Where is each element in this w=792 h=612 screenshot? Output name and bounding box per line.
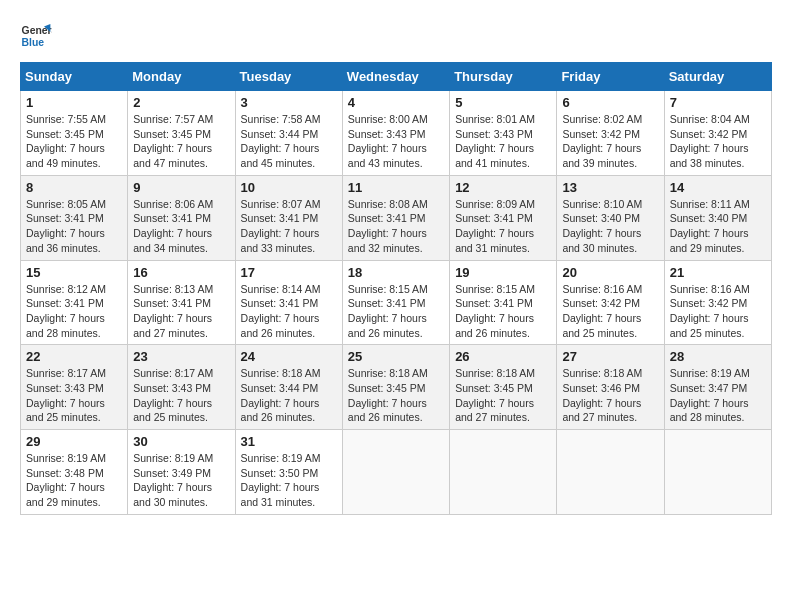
day-info: Sunrise: 8:17 AMSunset: 3:43 PMDaylight:… [133, 366, 229, 425]
week-row-5: 29Sunrise: 8:19 AMSunset: 3:48 PMDayligh… [21, 430, 772, 515]
day-number: 15 [26, 265, 122, 280]
week-row-3: 15Sunrise: 8:12 AMSunset: 3:41 PMDayligh… [21, 260, 772, 345]
day-number: 1 [26, 95, 122, 110]
header-day-sunday: Sunday [21, 63, 128, 91]
calendar-cell: 15Sunrise: 8:12 AMSunset: 3:41 PMDayligh… [21, 260, 128, 345]
week-row-4: 22Sunrise: 8:17 AMSunset: 3:43 PMDayligh… [21, 345, 772, 430]
day-info: Sunrise: 8:18 AMSunset: 3:45 PMDaylight:… [455, 366, 551, 425]
day-info: Sunrise: 7:58 AMSunset: 3:44 PMDaylight:… [241, 112, 337, 171]
day-info: Sunrise: 8:00 AMSunset: 3:43 PMDaylight:… [348, 112, 444, 171]
day-info: Sunrise: 8:09 AMSunset: 3:41 PMDaylight:… [455, 197, 551, 256]
day-info: Sunrise: 8:04 AMSunset: 3:42 PMDaylight:… [670, 112, 766, 171]
calendar-cell: 18Sunrise: 8:15 AMSunset: 3:41 PMDayligh… [342, 260, 449, 345]
day-number: 27 [562, 349, 658, 364]
day-info: Sunrise: 8:18 AMSunset: 3:46 PMDaylight:… [562, 366, 658, 425]
day-number: 26 [455, 349, 551, 364]
calendar-cell: 19Sunrise: 8:15 AMSunset: 3:41 PMDayligh… [450, 260, 557, 345]
calendar-cell: 29Sunrise: 8:19 AMSunset: 3:48 PMDayligh… [21, 430, 128, 515]
calendar-cell: 3Sunrise: 7:58 AMSunset: 3:44 PMDaylight… [235, 91, 342, 176]
calendar-cell: 25Sunrise: 8:18 AMSunset: 3:45 PMDayligh… [342, 345, 449, 430]
calendar-cell: 9Sunrise: 8:06 AMSunset: 3:41 PMDaylight… [128, 175, 235, 260]
day-info: Sunrise: 8:08 AMSunset: 3:41 PMDaylight:… [348, 197, 444, 256]
calendar-cell: 2Sunrise: 7:57 AMSunset: 3:45 PMDaylight… [128, 91, 235, 176]
day-number: 22 [26, 349, 122, 364]
day-number: 3 [241, 95, 337, 110]
week-row-2: 8Sunrise: 8:05 AMSunset: 3:41 PMDaylight… [21, 175, 772, 260]
svg-text:Blue: Blue [22, 37, 45, 48]
day-info: Sunrise: 8:16 AMSunset: 3:42 PMDaylight:… [670, 282, 766, 341]
day-info: Sunrise: 8:01 AMSunset: 3:43 PMDaylight:… [455, 112, 551, 171]
day-info: Sunrise: 8:18 AMSunset: 3:44 PMDaylight:… [241, 366, 337, 425]
calendar-cell: 17Sunrise: 8:14 AMSunset: 3:41 PMDayligh… [235, 260, 342, 345]
day-number: 28 [670, 349, 766, 364]
calendar-cell: 28Sunrise: 8:19 AMSunset: 3:47 PMDayligh… [664, 345, 771, 430]
day-number: 16 [133, 265, 229, 280]
day-number: 11 [348, 180, 444, 195]
header-day-saturday: Saturday [664, 63, 771, 91]
day-number: 23 [133, 349, 229, 364]
header-day-monday: Monday [128, 63, 235, 91]
header-day-thursday: Thursday [450, 63, 557, 91]
day-number: 21 [670, 265, 766, 280]
day-info: Sunrise: 7:57 AMSunset: 3:45 PMDaylight:… [133, 112, 229, 171]
day-info: Sunrise: 7:55 AMSunset: 3:45 PMDaylight:… [26, 112, 122, 171]
day-number: 25 [348, 349, 444, 364]
calendar-cell [450, 430, 557, 515]
day-info: Sunrise: 8:02 AMSunset: 3:42 PMDaylight:… [562, 112, 658, 171]
day-number: 4 [348, 95, 444, 110]
calendar-cell: 23Sunrise: 8:17 AMSunset: 3:43 PMDayligh… [128, 345, 235, 430]
day-info: Sunrise: 8:15 AMSunset: 3:41 PMDaylight:… [348, 282, 444, 341]
day-number: 17 [241, 265, 337, 280]
day-info: Sunrise: 8:05 AMSunset: 3:41 PMDaylight:… [26, 197, 122, 256]
calendar-cell: 10Sunrise: 8:07 AMSunset: 3:41 PMDayligh… [235, 175, 342, 260]
day-number: 6 [562, 95, 658, 110]
day-number: 8 [26, 180, 122, 195]
day-info: Sunrise: 8:12 AMSunset: 3:41 PMDaylight:… [26, 282, 122, 341]
header-row: SundayMondayTuesdayWednesdayThursdayFrid… [21, 63, 772, 91]
logo-icon: General Blue [20, 20, 52, 52]
day-number: 7 [670, 95, 766, 110]
day-number: 29 [26, 434, 122, 449]
day-info: Sunrise: 8:19 AMSunset: 3:48 PMDaylight:… [26, 451, 122, 510]
calendar-cell: 5Sunrise: 8:01 AMSunset: 3:43 PMDaylight… [450, 91, 557, 176]
day-info: Sunrise: 8:11 AMSunset: 3:40 PMDaylight:… [670, 197, 766, 256]
calendar-cell: 4Sunrise: 8:00 AMSunset: 3:43 PMDaylight… [342, 91, 449, 176]
day-number: 31 [241, 434, 337, 449]
day-info: Sunrise: 8:17 AMSunset: 3:43 PMDaylight:… [26, 366, 122, 425]
day-info: Sunrise: 8:14 AMSunset: 3:41 PMDaylight:… [241, 282, 337, 341]
day-info: Sunrise: 8:06 AMSunset: 3:41 PMDaylight:… [133, 197, 229, 256]
calendar-cell: 16Sunrise: 8:13 AMSunset: 3:41 PMDayligh… [128, 260, 235, 345]
day-info: Sunrise: 8:10 AMSunset: 3:40 PMDaylight:… [562, 197, 658, 256]
calendar-cell: 31Sunrise: 8:19 AMSunset: 3:50 PMDayligh… [235, 430, 342, 515]
day-number: 20 [562, 265, 658, 280]
calendar-cell: 12Sunrise: 8:09 AMSunset: 3:41 PMDayligh… [450, 175, 557, 260]
calendar-cell [342, 430, 449, 515]
day-info: Sunrise: 8:18 AMSunset: 3:45 PMDaylight:… [348, 366, 444, 425]
logo: General Blue [20, 20, 52, 52]
calendar-cell: 8Sunrise: 8:05 AMSunset: 3:41 PMDaylight… [21, 175, 128, 260]
day-info: Sunrise: 8:16 AMSunset: 3:42 PMDaylight:… [562, 282, 658, 341]
day-info: Sunrise: 8:19 AMSunset: 3:49 PMDaylight:… [133, 451, 229, 510]
day-number: 2 [133, 95, 229, 110]
day-info: Sunrise: 8:15 AMSunset: 3:41 PMDaylight:… [455, 282, 551, 341]
calendar-cell: 30Sunrise: 8:19 AMSunset: 3:49 PMDayligh… [128, 430, 235, 515]
calendar-cell: 14Sunrise: 8:11 AMSunset: 3:40 PMDayligh… [664, 175, 771, 260]
calendar-cell: 27Sunrise: 8:18 AMSunset: 3:46 PMDayligh… [557, 345, 664, 430]
calendar-cell: 1Sunrise: 7:55 AMSunset: 3:45 PMDaylight… [21, 91, 128, 176]
day-info: Sunrise: 8:19 AMSunset: 3:50 PMDaylight:… [241, 451, 337, 510]
day-info: Sunrise: 8:19 AMSunset: 3:47 PMDaylight:… [670, 366, 766, 425]
header-day-tuesday: Tuesday [235, 63, 342, 91]
day-number: 24 [241, 349, 337, 364]
calendar-cell: 7Sunrise: 8:04 AMSunset: 3:42 PMDaylight… [664, 91, 771, 176]
calendar-table: SundayMondayTuesdayWednesdayThursdayFrid… [20, 62, 772, 515]
calendar-cell: 24Sunrise: 8:18 AMSunset: 3:44 PMDayligh… [235, 345, 342, 430]
day-number: 19 [455, 265, 551, 280]
week-row-1: 1Sunrise: 7:55 AMSunset: 3:45 PMDaylight… [21, 91, 772, 176]
calendar-cell: 21Sunrise: 8:16 AMSunset: 3:42 PMDayligh… [664, 260, 771, 345]
header-day-friday: Friday [557, 63, 664, 91]
day-number: 14 [670, 180, 766, 195]
day-info: Sunrise: 8:13 AMSunset: 3:41 PMDaylight:… [133, 282, 229, 341]
calendar-cell: 26Sunrise: 8:18 AMSunset: 3:45 PMDayligh… [450, 345, 557, 430]
calendar-cell: 13Sunrise: 8:10 AMSunset: 3:40 PMDayligh… [557, 175, 664, 260]
day-number: 5 [455, 95, 551, 110]
